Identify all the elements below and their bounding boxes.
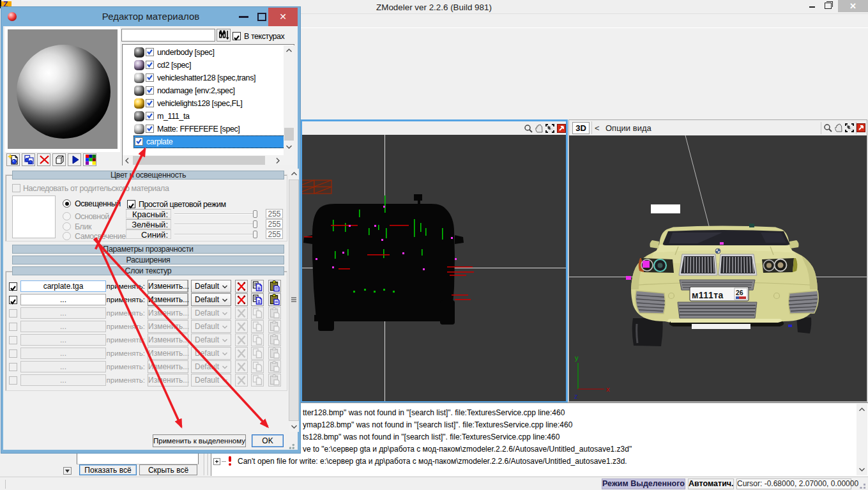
svg-text:x: x: [606, 385, 610, 393]
svg-text:y: y: [575, 354, 579, 362]
svg-text:26: 26: [736, 289, 743, 296]
svg-text:м111та: м111та: [692, 290, 724, 300]
svg-text:z: z: [574, 392, 578, 400]
